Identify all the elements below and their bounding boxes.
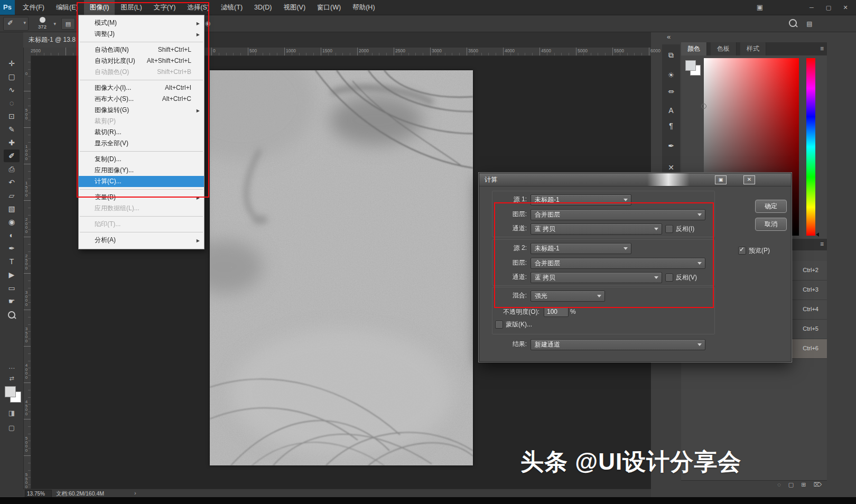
dialog-close-icon[interactable]: ✕ (743, 175, 755, 184)
mask-label: 蒙版(K)... (506, 320, 532, 329)
result-select[interactable]: 新建通道 (531, 339, 705, 350)
toolbar-header (0, 32, 24, 48)
delete-channel-icon[interactable]: ⌦ (813, 481, 822, 489)
shape-tool-icon[interactable]: ▭ (4, 282, 20, 294)
mask-checkbox[interactable] (495, 321, 503, 329)
lasso-tool-icon[interactable]: ∿ (4, 83, 20, 96)
ruler-label: 2500 (31, 48, 41, 53)
ruler-label: 5500 (614, 48, 624, 53)
menu-item-19[interactable]: 应用数据组(L)... (79, 203, 204, 214)
menu-item-21[interactable]: 陷印(T)... (79, 219, 204, 230)
document-tab[interactable]: 未标题-1 @ 13.8 (23, 32, 83, 48)
cancel-button[interactable]: 取消 (755, 218, 787, 231)
blur-tool-icon[interactable]: ◉ (4, 216, 20, 228)
preview-checkbox[interactable]: ✓ (738, 247, 746, 255)
menubar-item-10[interactable]: 帮助(H) (347, 0, 380, 15)
foreground-color-swatch[interactable] (5, 386, 16, 397)
opacity-input[interactable]: 100 (544, 307, 569, 317)
window-minimize-button[interactable]: ─ (804, 2, 819, 13)
panel-icon-adjustments[interactable]: ☀ (662, 71, 680, 79)
zoom-tool-icon[interactable] (4, 308, 20, 321)
channel-shortcut: Ctrl+5 (803, 325, 818, 332)
quick-selection-tool-icon[interactable]: ◌ (4, 97, 20, 109)
menu-item-label: 陷印(T)... (95, 220, 120, 228)
zoom-level-field[interactable]: 13.75% (25, 490, 52, 498)
menu-item-label: 分析(A) (95, 236, 116, 244)
document-size-info: 文档:60.2M/160.4M (56, 490, 104, 498)
dialog-window-icon[interactable]: ▣ (715, 175, 727, 184)
color-panel-tabs: 颜色色板样式 (681, 42, 827, 55)
tab-样式[interactable]: 样式 (740, 42, 766, 55)
crop-tool-icon[interactable]: ⊡ (4, 110, 20, 123)
collapse-panels-icon[interactable]: « (667, 33, 671, 41)
dialog-title: 计算 (485, 175, 497, 184)
window-close-button[interactable]: ✕ (838, 2, 853, 13)
menubar-item-7[interactable]: 3D(D) (248, 0, 277, 15)
status-bar: 13.75% 文档:60.2M/160.4M › (23, 489, 651, 498)
clone-stamp-tool-icon[interactable]: ⎙ (4, 163, 20, 175)
ruler-origin-corner (23, 48, 31, 56)
panel-icon-clone-source[interactable]: ⧉ (662, 51, 680, 60)
eyedropper-tool-icon[interactable]: ✎ (4, 123, 20, 136)
type-tool-icon[interactable]: T (4, 255, 20, 268)
ruler-label: 6000 (650, 48, 660, 53)
search-icon[interactable] (789, 19, 797, 29)
hue-slider[interactable] (806, 58, 815, 236)
tool-preset-picker[interactable]: ✐ ▾ (3, 17, 29, 31)
panel-menu-icon[interactable]: ≡ (820, 240, 824, 248)
panel-icon-styles[interactable]: ✒ (662, 142, 680, 150)
pen-tool-icon[interactable]: ✒ (4, 242, 20, 255)
ruler-label: 3 0 0 0 (24, 291, 29, 306)
photoshop-window: Ps 文件(F)编辑(E)图像(I)图层(L)文字(Y)选择(S)滤镜(T)3D… (0, 0, 856, 504)
quick-mask-icon[interactable]: ◨ (4, 409, 20, 417)
history-brush-tool-icon[interactable]: ↶ (4, 176, 20, 189)
menubar-item-8[interactable]: 视图(V) (277, 0, 311, 15)
swap-colors-icon[interactable]: ⇄ (4, 375, 20, 382)
menubar-item-9[interactable]: 窗口(W) (311, 0, 347, 15)
color-picker-marker (701, 104, 706, 109)
ruler-label: 1 0 0 0 (24, 145, 29, 161)
brush-preset-picker[interactable]: 372 ▾ (33, 16, 56, 31)
brush-tool-icon[interactable]: ✐ (4, 150, 20, 162)
edit-toolbar-icon[interactable]: ⋯ (4, 365, 20, 372)
status-expand-icon[interactable]: › (134, 490, 136, 496)
ruler-label: 5 5 0 0 (24, 473, 29, 489)
ok-button[interactable]: 确定 (755, 200, 787, 213)
opacity-unit: % (570, 308, 576, 315)
marquee-tool-icon[interactable]: ▢ (4, 70, 20, 83)
result-label: 结果: (479, 339, 527, 349)
ruler-label: 0 (213, 48, 216, 53)
menubar-item-0[interactable]: 文件(F) (17, 0, 50, 15)
save-selection-icon[interactable]: ▢ (788, 481, 794, 489)
load-channel-selection-icon[interactable]: ◌ (777, 481, 781, 489)
toggle-brush-panel-button[interactable]: ▤ (61, 18, 75, 30)
screen-mode-icon[interactable]: ▢ (4, 424, 20, 432)
panel-icon-timeline[interactable]: ⏛ (662, 87, 680, 96)
dodge-tool-icon[interactable]: ◐ (4, 229, 20, 241)
menu-item-23[interactable]: 分析(A)▶ (79, 235, 204, 246)
menubar-item-6[interactable]: 滤镜(T) (215, 0, 248, 15)
new-channel-icon[interactable]: ⊞ (801, 481, 806, 489)
gradient-tool-icon[interactable]: ▧ (4, 202, 20, 215)
workspace-switcher-icon[interactable]: ▤ (804, 19, 815, 29)
arrange-documents-icon[interactable]: ▣ (753, 2, 766, 13)
panel-icon-close[interactable]: ✕ (662, 163, 680, 172)
tab-颜色[interactable]: 颜色 (681, 42, 707, 55)
hue-slider-marker (816, 232, 819, 237)
opacity-label: 不透明度(O): (479, 307, 539, 317)
ruler-label: 3 5 0 0 (24, 327, 29, 343)
move-tool-icon[interactable]: ✛ (4, 57, 20, 70)
window-maximize-button[interactable]: ▢ (821, 2, 836, 13)
tab-色板[interactable]: 色板 (711, 42, 737, 55)
panel-menu-icon[interactable]: ≡ (820, 45, 824, 52)
foreground-mini-swatch[interactable] (685, 60, 696, 71)
path-selection-tool-icon[interactable]: ▶ (4, 268, 20, 281)
title-bar-glare (647, 173, 690, 186)
panel-icon-character[interactable]: A (662, 106, 680, 115)
eraser-tool-icon[interactable]: ▱ (4, 189, 20, 202)
canvas-image[interactable] (210, 70, 473, 465)
dialog-title-bar[interactable]: 计算 ▣ ✕ (479, 173, 791, 186)
hand-tool-icon[interactable]: ☛ (4, 295, 20, 307)
healing-brush-tool-icon[interactable]: ✚ (4, 136, 20, 149)
panel-icon-paragraph[interactable]: ¶ (662, 122, 680, 130)
